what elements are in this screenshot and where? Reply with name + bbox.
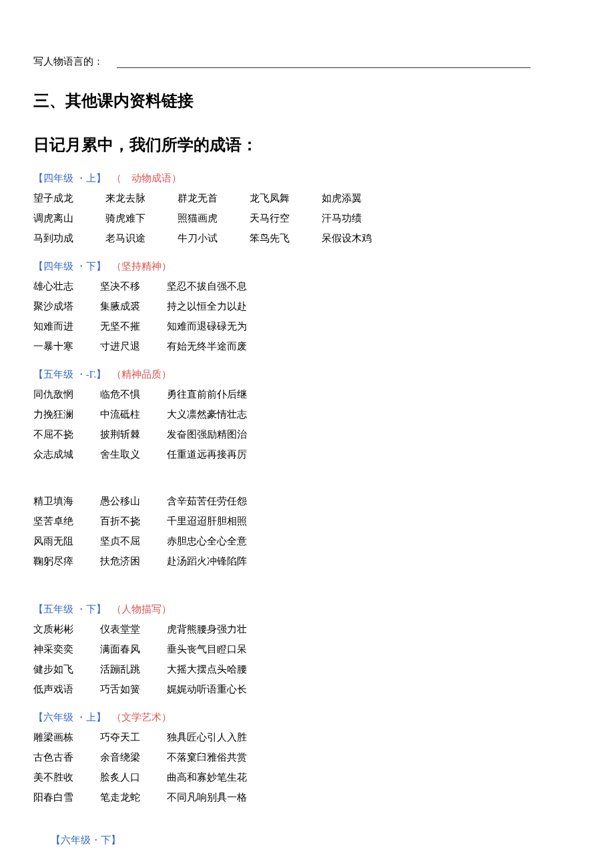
idiom: 坚忍不拔自强不息 [167,278,247,294]
idiom: 天马行空 [250,210,322,226]
idiom: 赤胆忠心全心全意 [167,533,247,549]
idiom: 含辛茹苦任劳任怨 [167,493,247,509]
grade-header-5a: 【五年级 ・-Γ.】 （精神品质） [33,366,581,382]
idiom: 任重道远再接再厉 [167,446,247,462]
idiom: 望子成龙 [33,190,105,206]
idiom-row: 知难而进 无坚不摧 知难而退碌碌无为 [33,318,581,334]
grade-topic: （文学艺术） [111,712,172,723]
idiom: 笔走龙蛇 [100,789,167,805]
grade-label: 【四年级 ・下】 [33,261,106,272]
heading-section-3: 三、其他课内资料链接 [33,88,581,113]
grade-label: 【四年级 ・上】 [33,173,106,183]
idiom: 不落窠臼雅俗共赏 [167,749,247,765]
idiom: 风雨无阻 [33,533,100,549]
grade-topic: （ 动物成语） [111,173,182,183]
spacer [33,466,581,489]
idiom: 满面春风 [100,641,167,657]
idiom: 曲高和寡妙笔生花 [167,769,247,785]
idiom: 如虎添翼 [322,190,394,206]
idiom-row: 同仇敌惘 临危不惧 勇往直前前仆后继 [33,386,581,402]
idiom: 知难而进 [33,318,100,334]
idiom: 舍生取义 [100,446,167,462]
spacer [33,573,581,589]
idiom: 力挽狂澜 [33,406,100,422]
intro-label: 写人物语言的： [33,56,103,67]
idiom: 独具匠心引人入胜 [167,729,247,745]
idiom: 老马识途 [105,230,178,246]
idiom-row: 力挽狂澜 中流砥柱 大义凛然豪情壮志 [33,406,581,422]
idiom: 低声戏语 [33,681,100,697]
idiom: 勇往直前前仆后继 [167,386,247,402]
idiom-row: 众志成城 舍生取义 任重道远再接再厉 [33,446,581,462]
idiom: 调虎离山 [33,210,105,226]
grade-topic: （人物描写） [111,604,172,614]
idiom: 坚贞不屈 [100,533,167,549]
grade-header-5b: 【五年级 ・下】 （人物描写） [33,601,581,617]
idiom: 坚决不移 [100,278,167,294]
idiom: 一暴十寒 [33,338,100,354]
grade-header-4a: 【四年级 ・上】 （ 动物成语） [33,170,581,186]
idiom-row: 调虎离山 骑虎难下 照猫画虎 天马行空 汗马功绩 [33,210,581,226]
idiom: 同仇敌惘 [33,386,100,402]
idiom: 余音绕梁 [100,749,167,765]
idiom: 巧夺天工 [100,729,167,745]
idiom-row: 阳春白雪 笔走龙蛇 不同凡响别具一格 [33,789,581,805]
idiom: 龙飞凤舞 [250,190,322,206]
grade-topic: （精神品质） [111,369,172,380]
idiom: 雄心壮志 [33,278,100,294]
idiom-row: 健步如飞 活蹦乱跳 大摇大摆点头哈腰 [33,661,581,677]
idiom-row: 一暴十寒 寸进尺退 有始无终半途而废 [33,338,581,354]
grade-label: 【五年级 ・下】 [33,604,106,614]
idiom: 群龙无首 [178,190,250,206]
idiom: 古色古香 [33,749,100,765]
idiom: 知难而退碌碌无为 [167,318,247,334]
grade-label: 【六年级 ・上】 [33,712,106,723]
idiom: 大摇大摆点头哈腰 [167,661,247,677]
blank-line[interactable] [117,57,531,68]
idiom: 百折不挠 [100,513,167,529]
idiom: 集腋成裘 [100,298,167,314]
idiom: 千里迢迢肝胆相照 [167,513,247,529]
idiom: 汗马功绩 [322,210,394,226]
idiom: 中流砥柱 [100,406,167,422]
idiom-row: 坚苦卓绝 百折不挠 千里迢迢肝胆相照 [33,513,581,529]
idiom-row: 精卫填海 愚公移山 含辛茹苦任劳任怨 [33,493,581,509]
idiom-row: 风雨无阻 坚贞不屈 赤胆忠心全心全意 [33,533,581,549]
idiom: 雕梁画栋 [33,729,100,745]
idiom: 美不胜收 [33,769,100,785]
idiom: 仪表堂堂 [100,621,167,637]
idiom: 发奋图强励精图治 [167,426,247,442]
idiom: 鞠躬尽瘁 [33,553,100,569]
idiom-row: 不屈不挠 披荆斩棘 发奋图强励精图治 [33,426,581,442]
heading-subtitle: 日记月累中，我们所学的成语： [33,132,581,157]
idiom-row: 古色古香 余音绕梁 不落窠臼雅俗共赏 [33,749,581,765]
idiom: 神采奕奕 [33,641,100,657]
idiom: 大义凛然豪情壮志 [167,406,247,422]
idiom: 扶危济困 [100,553,167,569]
idiom: 精卫填海 [33,493,100,509]
idiom: 娓娓动听语重心长 [167,681,247,697]
idiom: 赴汤蹈火冲锋陷阵 [167,553,247,569]
idiom: 临危不惧 [100,386,167,402]
grade-label: 【五年级 ・-Γ.】 [33,369,106,380]
idiom-row: 美不胜收 脍炙人口 曲高和寡妙笔生花 [33,769,581,785]
idiom: 无坚不摧 [100,318,167,334]
idiom: 笨鸟先飞 [250,230,322,246]
idiom-row: 神采奕奕 满面春风 垂头丧气目瞪口呆 [33,641,581,657]
idiom: 不同凡响别具一格 [167,789,247,805]
idiom-row: 雄心壮志 坚决不移 坚忍不拔自强不息 [33,278,581,294]
idiom: 健步如飞 [33,661,100,677]
idiom: 阳春白雪 [33,789,100,805]
idiom: 众志成城 [33,446,100,462]
idiom: 呆假设木鸡 [322,230,394,246]
idiom: 聚沙成塔 [33,298,100,314]
idiom-row: 聚沙成塔 集腋成裘 持之以恒全力以赴 [33,298,581,314]
idiom: 文质彬彬 [33,621,100,637]
idiom: 持之以恒全力以赴 [167,298,247,314]
idiom: 寸进尺退 [100,338,167,354]
grade-header-6a: 【六年级 ・上】 （文学艺术） [33,709,581,725]
grade-header-4b: 【四年级 ・下】 （坚持精神） [33,258,581,274]
idiom: 不屈不挠 [33,426,100,442]
idiom: 坚苦卓绝 [33,513,100,529]
grade-topic: （坚持精神） [111,261,172,272]
